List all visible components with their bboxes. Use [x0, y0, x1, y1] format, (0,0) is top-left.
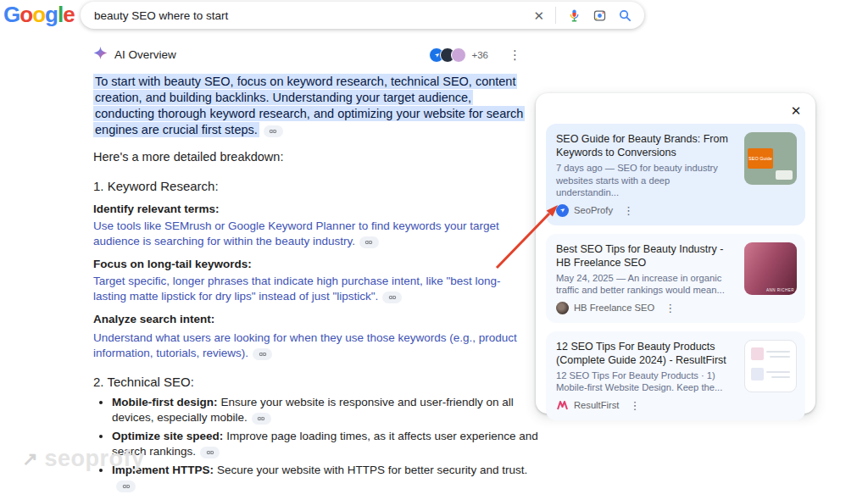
- list-item: Implement HTTPS:Secure your website with…: [112, 463, 540, 493]
- watermark-text: seoprofy: [44, 446, 144, 472]
- source-card-hb-freelance[interactable]: Best SEO Tips for Beauty Industry - HB F…: [546, 234, 805, 323]
- source-attribution-row[interactable]: ResultFirst ⋮: [556, 399, 795, 412]
- thumbnail-decoration: [766, 351, 790, 353]
- microphone-icon[interactable]: [567, 8, 581, 23]
- card-thumbnail[interactable]: [744, 340, 797, 392]
- citation-link-icon[interactable]: [200, 447, 220, 458]
- ai-sparkle-icon: [93, 46, 108, 64]
- cited-paragraph: Target specific, longer phrases that ind…: [93, 274, 527, 304]
- watermark: ↗ seoprofy: [22, 446, 144, 472]
- technical-seo-list: Mobile-first design:Ensure your website …: [93, 395, 540, 497]
- source-attribution-row[interactable]: ➤ SeoProfy ⋮: [556, 204, 795, 217]
- clear-search-icon[interactable]: ✕: [533, 9, 544, 22]
- thumbnail-decoration: [776, 170, 793, 180]
- section-technical-seo-title: 2. Technical SEO:: [93, 375, 194, 389]
- close-icon[interactable]: ✕: [787, 102, 805, 120]
- subheading-identify-terms: Identify relevant terms:: [93, 203, 220, 215]
- source-avatars[interactable]: ➤: [429, 47, 466, 63]
- watermark-arrow-icon: ↗: [22, 448, 37, 470]
- section-keyword-research-title: 1. Keyword Research:: [93, 179, 219, 193]
- citation-link-icon[interactable]: [116, 481, 136, 492]
- card-overflow-menu-icon[interactable]: ⋮: [623, 205, 634, 216]
- card-thumbnail[interactable]: ANN RICHER: [744, 242, 797, 295]
- thumbnail-decoration: [771, 376, 790, 378]
- citation-link-icon[interactable]: [382, 292, 402, 303]
- highlighted-answer-text: To start with beauty SEO, focus on keywo…: [93, 74, 525, 137]
- search-bar: ✕: [81, 2, 644, 29]
- citation-link-icon[interactable]: [252, 413, 271, 425]
- card-thumbnail[interactable]: SEO Guide: [744, 132, 797, 185]
- source-name[interactable]: HB Freelance SEO: [574, 303, 654, 313]
- source-attribution-row[interactable]: HB Freelance SEO ⋮: [556, 302, 795, 314]
- seoprofy-favicon-icon: ➤: [556, 204, 569, 217]
- sources-count-badge[interactable]: +36: [471, 50, 488, 60]
- subheading-long-tail: Focus on long-tail keywords:: [93, 258, 252, 270]
- top-bar: Google ✕: [0, 0, 868, 39]
- ai-overview-intro: To start with beauty SEO, focus on keywo…: [93, 74, 531, 138]
- overflow-menu-icon[interactable]: ⋮: [509, 48, 521, 61]
- source-avatar-icon[interactable]: [451, 47, 466, 63]
- list-item: Optimize site speed:Improve page loading…: [112, 429, 540, 459]
- ai-overview-header: AI Overview ➤ +36 ⋮: [93, 46, 521, 64]
- divider: [555, 7, 556, 24]
- card-overflow-menu-icon[interactable]: ⋮: [629, 400, 640, 411]
- thumbnail-caption: ANN RICHER: [766, 288, 794, 292]
- source-card-seoprofy[interactable]: SEO Guide for Beauty Brands: From Keywor…: [546, 124, 805, 225]
- ai-overview-label: AI Overview: [114, 48, 176, 61]
- source-name[interactable]: SeoProfy: [574, 205, 613, 215]
- google-logo[interactable]: Google: [3, 3, 75, 26]
- source-card-resultfirst[interactable]: 12 SEO Tips For Beauty Products (Complet…: [546, 331, 805, 420]
- cited-paragraph: Use tools like SEMrush or Google Keyword…: [93, 219, 527, 249]
- list-item: Mobile-first design:Ensure your website …: [112, 395, 540, 425]
- thumbnail-decoration: [751, 347, 764, 360]
- breakdown-heading: Here's a more detailed breakdown:: [93, 150, 283, 164]
- citation-link-icon[interactable]: [253, 348, 272, 360]
- thumbnail-decoration: [751, 368, 764, 381]
- search-input[interactable]: [92, 8, 522, 23]
- search-submit-icon[interactable]: [618, 8, 632, 23]
- citation-link-icon[interactable]: [359, 236, 379, 248]
- thumbnail-decoration: [766, 371, 790, 373]
- resultfirst-logo-icon: [556, 399, 569, 412]
- sources-side-panel: ✕ SEO Guide for Beauty Brands: From Keyw…: [536, 93, 815, 414]
- card-overflow-menu-icon[interactable]: ⋮: [665, 303, 676, 314]
- subheading-search-intent: Analyze search intent:: [93, 313, 214, 325]
- cited-paragraph: Understand what users are looking for wh…: [93, 331, 527, 361]
- thumbnail-badge: SEO Guide: [748, 148, 773, 169]
- thumbnail-decoration: [770, 356, 790, 358]
- lens-camera-icon[interactable]: [593, 8, 607, 23]
- hb-freelance-favicon-icon: [556, 302, 569, 314]
- source-name[interactable]: ResultFirst: [574, 400, 619, 410]
- citation-link-icon[interactable]: [264, 125, 283, 137]
